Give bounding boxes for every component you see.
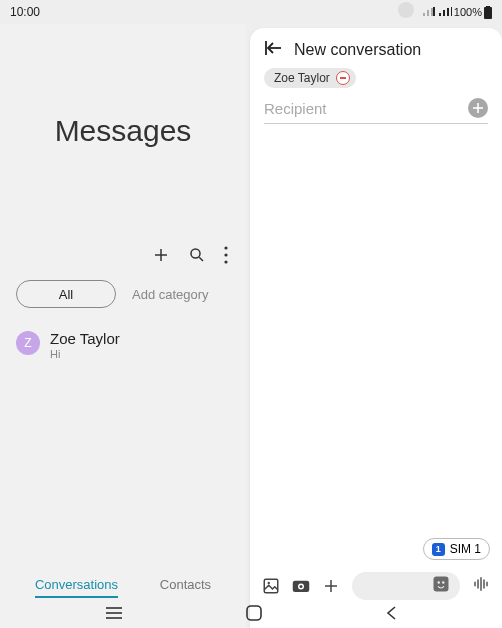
signal-icon-2 — [438, 7, 452, 17]
svg-rect-13 — [264, 579, 278, 593]
page-title: Messages — [0, 114, 246, 148]
new-conversation-title: New conversation — [294, 41, 421, 59]
sim-badge: 1 — [432, 543, 445, 556]
signal-icon — [422, 7, 436, 17]
add-attachment-icon[interactable] — [322, 577, 340, 595]
svg-point-21 — [438, 581, 440, 583]
recipient-chip-name: Zoe Taylor — [274, 71, 330, 85]
status-bar: 10:00 100% — [0, 0, 502, 24]
messages-list-pane: Messages All Add category Z Zoe Taylor H… — [0, 24, 246, 628]
search-icon[interactable] — [188, 246, 206, 264]
conversation-preview: Hi — [50, 348, 120, 360]
svg-rect-0 — [484, 7, 492, 19]
battery-icon — [484, 6, 492, 19]
svg-point-17 — [300, 585, 303, 588]
compose-icon[interactable] — [152, 246, 170, 264]
sim-index: 1 — [436, 544, 441, 554]
svg-rect-31 — [247, 606, 261, 620]
recipient-chip[interactable]: Zoe Taylor — [264, 68, 356, 88]
nav-home[interactable] — [228, 601, 280, 628]
compose-bar — [250, 572, 502, 600]
sim-label: SIM 1 — [450, 542, 481, 556]
svg-point-22 — [442, 581, 444, 583]
svg-rect-20 — [434, 577, 449, 592]
filter-all[interactable]: All — [16, 280, 116, 308]
svg-rect-1 — [486, 6, 490, 8]
add-recipient-button[interactable] — [468, 98, 488, 118]
remove-recipient-icon[interactable] — [336, 71, 350, 85]
avatar: Z — [16, 331, 40, 355]
recipient-input[interactable] — [264, 96, 488, 124]
navigation-bar — [0, 602, 502, 628]
status-right: 100% — [422, 6, 492, 19]
voice-record-icon[interactable] — [472, 575, 490, 597]
camera-icon[interactable] — [292, 579, 310, 593]
filter-all-label: All — [59, 287, 73, 302]
sim-selector[interactable]: 1 SIM 1 — [423, 538, 490, 560]
clock: 10:00 — [10, 5, 40, 19]
svg-point-14 — [268, 582, 270, 584]
more-icon[interactable] — [224, 246, 228, 264]
conversation-row[interactable]: Z Zoe Taylor Hi — [0, 320, 246, 370]
camera-cutout — [398, 2, 414, 18]
gallery-icon[interactable] — [262, 577, 280, 595]
svg-point-6 — [224, 246, 227, 249]
svg-line-5 — [199, 257, 203, 261]
message-input[interactable] — [352, 572, 460, 600]
nav-recents[interactable] — [87, 602, 141, 628]
avatar-initial: Z — [24, 336, 31, 350]
back-icon[interactable] — [264, 40, 282, 60]
sticker-icon[interactable] — [432, 575, 450, 597]
svg-point-8 — [224, 260, 227, 263]
svg-point-4 — [191, 249, 200, 258]
conversation-name: Zoe Taylor — [50, 330, 120, 347]
tab-contacts[interactable]: Contacts — [160, 577, 211, 598]
new-conversation-pane: New conversation Zoe Taylor 1 SIM 1 — [250, 28, 502, 628]
tab-conversations[interactable]: Conversations — [35, 577, 118, 598]
add-category-button[interactable]: Add category — [132, 287, 209, 302]
nav-back[interactable] — [367, 601, 415, 628]
svg-point-7 — [224, 253, 227, 256]
battery-pct: 100% — [454, 6, 482, 18]
